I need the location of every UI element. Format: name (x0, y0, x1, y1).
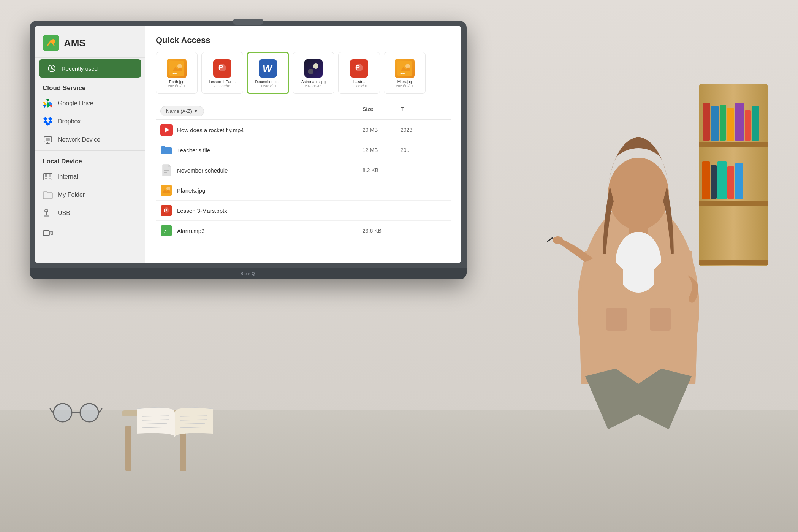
quick-file-mars[interactable]: JPG Mars.jpg 2023/12/01 (384, 52, 426, 94)
sidebar-item-internal[interactable]: Internal (35, 168, 145, 186)
lesson1-pptx-icon: P (212, 59, 232, 78)
svg-rect-50 (606, 308, 627, 331)
svg-point-17 (177, 64, 182, 68)
svg-rect-7 (45, 176, 47, 177)
sort-name-button[interactable]: Name (A-Z) ▼ (160, 106, 204, 116)
sidebar-item-google-drive[interactable]: Google Drive (35, 94, 145, 112)
teachers-file-name: Teacher's file (177, 147, 363, 154)
svg-point-45 (608, 158, 669, 230)
camera-icon (43, 228, 53, 238)
svg-rect-12 (45, 210, 48, 212)
mars-jpg-icon: JPG (395, 59, 415, 78)
file-row-lesson3[interactable]: P Lesson 3-Mars.pptx (156, 201, 451, 221)
book-on-table (133, 401, 217, 441)
svg-point-1 (51, 39, 55, 44)
svg-point-53 (80, 404, 98, 422)
svg-rect-11 (49, 178, 51, 179)
svg-rect-25 (308, 69, 314, 74)
sidebar-item-dropbox[interactable]: Dropbox (35, 112, 145, 131)
rocket-file-size: 20 MB (363, 127, 401, 133)
astronauts-icon (304, 59, 323, 78)
quick-file-lstr[interactable]: P L...str... 2023/12/01 (338, 52, 380, 94)
file-row-november[interactable]: November schedule 8.2 KB (156, 160, 451, 180)
mars-card-date: 2023/12/01 (396, 84, 413, 88)
sidebar-item-usb[interactable]: USB (35, 204, 145, 222)
sidebar: AMS Recently used Cloud Service (35, 26, 145, 263)
svg-point-30 (405, 64, 410, 68)
lesson1-card-name: Lesson 1-Eart... (205, 80, 239, 84)
quick-access-grid: JPG Earth.jpg 2023/12/01 P (156, 52, 451, 94)
svg-point-38 (166, 187, 170, 190)
dropbox-icon (43, 116, 53, 127)
recently-used-label: Recently used (62, 65, 98, 72)
svg-rect-6 (45, 174, 47, 176)
mars-card-name: Mars.jpg (388, 80, 422, 84)
quick-file-lesson1[interactable]: P Lesson 1-Eart... 2023/12/01 (201, 52, 243, 94)
quick-file-december[interactable]: W December sc... 2023/12/01 (247, 52, 289, 94)
sidebar-item-my-folder[interactable]: My Folder (35, 186, 145, 204)
earth-card-date: 2023/12/01 (168, 84, 185, 88)
alarm-file-size: 23.6 KB (363, 228, 401, 234)
rocket-file-name: How does a rocket fly.mp4 (177, 127, 363, 133)
col-name-header[interactable]: Name (A-Z) ▼ (160, 106, 363, 116)
clock-icon (46, 63, 57, 74)
teachers-file-time: 20... (401, 147, 446, 153)
monitor-frame: AMS Recently used Cloud Service (30, 21, 467, 279)
internal-icon (43, 171, 53, 182)
teachers-file-size: 12 MB (363, 147, 401, 153)
november-file-size: 8.2 KB (363, 167, 401, 173)
usb-icon (43, 208, 53, 218)
quick-file-earth[interactable]: JPG Earth.jpg 2023/12/01 (156, 52, 198, 94)
svg-rect-9 (49, 174, 51, 176)
person-area (547, 118, 730, 429)
lstr-card-date: 2023/12/01 (350, 84, 367, 88)
svg-text:JPG: JPG (399, 72, 405, 75)
astronauts-card-name: Astronauts.jpg (296, 80, 331, 84)
svg-rect-8 (45, 178, 47, 179)
svg-rect-10 (49, 176, 51, 177)
december-word-icon: W (258, 59, 278, 78)
quick-access-title: Quick Access (156, 35, 451, 45)
svg-text:P: P (164, 207, 167, 214)
mp4-icon (160, 124, 173, 136)
network-icon (43, 135, 53, 145)
glasses (49, 401, 103, 426)
planets-jpg-icon (160, 184, 173, 196)
main-content: Quick Access JPG Earth.jpg 2023 (145, 26, 461, 263)
cloud-service-title: Cloud Service (35, 79, 145, 94)
monitor-brand: BenQ (240, 271, 256, 276)
local-device-title: Local Device (35, 152, 145, 168)
file-list-header: Name (A-Z) ▼ Size T (156, 103, 451, 120)
sidebar-header: AMS (35, 26, 145, 58)
sidebar-item-recently-used[interactable]: Recently used (39, 59, 141, 78)
november-file-name: November schedule (177, 167, 363, 174)
lesson3-file-name: Lesson 3-Mars.pptx (177, 207, 363, 214)
sidebar-divider (35, 150, 145, 151)
file-row-alarm[interactable]: ♪ Alarm.mp3 23.6 KB (156, 221, 451, 241)
file-row-rocket[interactable]: How does a rocket fly.mp4 20 MB 2023 (156, 120, 451, 140)
svg-rect-4 (46, 138, 50, 141)
usb-label: USB (58, 210, 70, 217)
internal-label: Internal (58, 173, 78, 180)
sidebar-item-camera[interactable] (35, 224, 145, 242)
rocket-file-time: 2023 (401, 127, 446, 133)
earth-card-name: Earth.jpg (160, 80, 194, 84)
svg-rect-15 (43, 231, 49, 236)
doc-icon (160, 164, 173, 176)
svg-text:P: P (355, 64, 360, 71)
dropbox-label: Dropbox (58, 118, 81, 125)
svg-point-52 (54, 404, 72, 422)
lesson1-card-date: 2023/12/01 (214, 84, 231, 88)
google-drive-icon (43, 98, 53, 109)
ams-icon (43, 35, 59, 51)
svg-text:♪: ♪ (163, 227, 167, 235)
quick-file-astronauts[interactable]: Astronauts.jpg 2023/12/01 (293, 52, 334, 94)
sidebar-item-network-device[interactable]: Network Device (35, 131, 145, 149)
lstr-card-name: L...str... (342, 80, 376, 84)
google-drive-label: Google Drive (58, 100, 93, 107)
file-row-planets[interactable]: Planets.jpg (156, 180, 451, 201)
svg-point-48 (553, 236, 563, 244)
sort-label: Name (A-Z) (166, 108, 192, 114)
file-row-teachers-file[interactable]: Teacher's file 12 MB 20... (156, 140, 451, 160)
sort-arrow-icon: ▼ (193, 108, 198, 114)
